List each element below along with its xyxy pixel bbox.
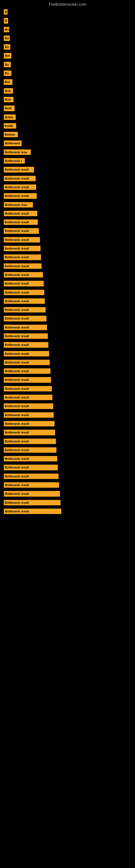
bar-label: Bottleneck result: [4, 184, 36, 190]
bar-label: Bottleneck result: [4, 246, 41, 251]
bar-row: Bottleneck result: [4, 297, 132, 305]
bar-row: Bottleneck result: [4, 191, 132, 200]
bar-label: Bottleneck result: [4, 395, 52, 400]
bar-row: Bo: [4, 69, 132, 78]
bar-row: Bottleneck result: [4, 314, 132, 323]
bar-row: Bottleneck result: [4, 340, 132, 349]
site-title: TheBottlenecker.com: [0, 0, 135, 8]
chart-area: BBBoBoBoBotBoBoBotBottBottBottlBottleBot…: [0, 8, 135, 516]
bar-row: Bot: [4, 51, 132, 60]
bar-label: B: [4, 9, 8, 14]
bar-label: Bottleneck result: [4, 211, 37, 216]
bar-row: Bottleneck result: [4, 349, 132, 358]
bar-row: Bottleneck result: [4, 218, 132, 226]
bar-row: Bottleneck result: [4, 271, 132, 279]
bar-row: Bottleneck result: [4, 446, 132, 454]
bar-label: Bottleneck result: [4, 307, 46, 312]
bar-label: Bott: [4, 97, 13, 102]
bar-row: Bottleneck result: [4, 183, 132, 191]
bar-label: Bottleneck result: [4, 474, 58, 479]
bar-label: Bo: [4, 70, 11, 76]
bar-row: Bott: [4, 95, 132, 104]
bar-row: Bottleneck result: [4, 367, 132, 375]
bar-row: Bottleneck resu: [4, 148, 132, 156]
bar-label: B: [4, 18, 8, 23]
bar-row: Bottleneck result: [4, 288, 132, 297]
bar-label: Bottleneck r: [4, 158, 25, 163]
bar-row: Bottleneck result: [4, 384, 132, 393]
bar-row: Bo: [4, 25, 132, 34]
bar-label: Bottleneck result: [4, 219, 38, 225]
bar-label: Bottle: [4, 123, 16, 129]
bar-row: Bottleneck result: [4, 428, 132, 437]
bar-row: Bottleneck result: [4, 226, 132, 235]
bar-row: Bottl: [4, 104, 132, 113]
bar-row: Bottlen: [4, 130, 132, 139]
bar-label: Bottleneck result: [4, 333, 48, 339]
bar-label: Bottleneck result: [4, 439, 56, 444]
bar-row: Bottle: [4, 122, 132, 130]
bar-row: Bottleneck result: [4, 305, 132, 314]
bar-row: Bottle: [4, 113, 132, 122]
bar-row: Bottleneck result: [4, 236, 132, 244]
bar-label: Bottleneck result: [4, 264, 42, 269]
bar-row: Bottleneck result: [4, 375, 132, 384]
bar-label: Bottleneck result: [4, 508, 61, 514]
bar-label: Bottleneck result: [4, 237, 40, 243]
bar-label: Bottleneck result: [4, 281, 44, 286]
bar-label: Bottleneck result: [4, 465, 58, 470]
bar-row: Bottleneck result: [4, 507, 132, 516]
bar-row: Bott: [4, 87, 132, 95]
bar-label: Bottleneck result: [4, 386, 52, 392]
bar-label: Bottleneck: [4, 141, 21, 146]
bar-row: Bot: [4, 78, 132, 86]
bar-label: Bottleneck resu: [4, 202, 33, 208]
bar-label: Bottleneck result: [4, 447, 56, 453]
bar-label: Bottleneck result: [4, 403, 53, 409]
bar-row: Bottleneck result: [4, 209, 132, 218]
bar-label: Bo: [4, 35, 10, 41]
bar-row: Bottleneck result: [4, 323, 132, 332]
bar-label: Bottleneck result: [4, 228, 39, 234]
bar-row: Bottleneck result: [4, 332, 132, 340]
bar-label: Bottleneck result: [4, 482, 59, 488]
bar-label: Bottleneck result: [4, 360, 50, 365]
bar-label: Bottleneck result: [4, 491, 60, 496]
bar-row: Bottleneck r: [4, 156, 132, 165]
bar-row: Bottleneck result: [4, 174, 132, 183]
bar-row: Bottleneck: [4, 139, 132, 148]
bar-row: Bottleneck result: [4, 454, 132, 463]
bar-row: Bottleneck result: [4, 437, 132, 446]
bar-label: Bottleneck resu: [4, 150, 31, 155]
bar-label: Bott: [4, 88, 13, 94]
bar-row: Bottleneck result: [4, 489, 132, 498]
bar-row: Bottleneck result: [4, 253, 132, 261]
bar-row: Bottleneck result: [4, 358, 132, 367]
bar-row: Bottleneck result: [4, 279, 132, 288]
bar-label: Bottleneck result: [4, 272, 43, 278]
bar-label: Bottleneck result: [4, 500, 60, 505]
bar-label: Bottleneck result: [4, 342, 48, 347]
bar-label: Bottleneck result: [4, 377, 51, 382]
bar-row: Bottleneck result: [4, 420, 132, 428]
bar-label: Bottleneck result: [4, 193, 37, 198]
bar-label: Bottleneck result: [4, 316, 46, 321]
bar-label: Bot: [4, 53, 11, 58]
bar-row: Bottleneck result: [4, 480, 132, 489]
bar-label: Bottleneck result: [4, 421, 54, 426]
bar-row: Bottleneck result: [4, 244, 132, 253]
bar-row: Bottleneck result: [4, 393, 132, 402]
bar-row: Bottleneck result: [4, 463, 132, 472]
bar-label: Bottleneck result: [4, 254, 41, 260]
bar-row: Bottleneck result: [4, 165, 132, 174]
bar-row: Bottleneck result: [4, 411, 132, 420]
bar-label: Bottleneck result: [4, 176, 36, 181]
bar-label: Bo: [4, 27, 9, 32]
bar-label: Bottleneck result: [4, 290, 44, 295]
bar-row: Bottleneck result: [4, 498, 132, 507]
bar-label: Bottleneck result: [4, 325, 47, 330]
bar-label: Bottleneck result: [4, 167, 34, 172]
bar-row: Bottleneck result: [4, 472, 132, 480]
bar-row: Bo: [4, 60, 132, 69]
bar-label: Bottlen: [4, 132, 18, 137]
